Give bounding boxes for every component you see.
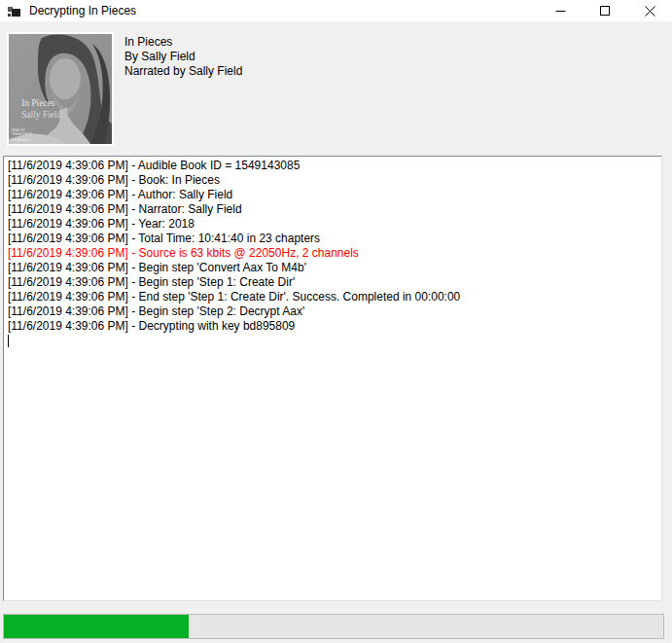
log-entry: [11/6/2019 4:39:06 PM] - End step 'Step … — [8, 290, 659, 304]
close-button[interactable] — [627, 0, 672, 22]
book-cover-art: In Pieces Sally Field READ BY THE AUTHOR… — [9, 34, 112, 144]
close-icon — [645, 6, 655, 17]
cover-edition-text: Unabridged — [12, 138, 30, 142]
log-entry: [11/6/2019 4:39:06 PM] - Begin step 'Ste… — [8, 304, 659, 319]
book-author: By Sally Field — [124, 50, 242, 64]
progress-bar — [3, 614, 664, 639]
maximize-button[interactable] — [583, 0, 627, 22]
log-entry: [11/6/2019 4:39:06 PM] - Audible Book ID… — [8, 159, 659, 173]
book-title: In Pieces — [124, 35, 242, 50]
book-cover-image: In Pieces Sally Field READ BY THE AUTHOR… — [7, 32, 114, 146]
minimize-icon — [555, 6, 566, 17]
log-entry: [11/6/2019 4:39:06 PM] - Narrator: Sally… — [8, 202, 659, 217]
caption-buttons — [538, 0, 672, 22]
log-entry: [11/6/2019 4:39:06 PM] - Decrypting with… — [8, 319, 659, 334]
maximize-icon — [600, 6, 611, 17]
log-entry: [11/6/2019 4:39:06 PM] - Total Time: 10:… — [8, 232, 659, 246]
log-entry: [11/6/2019 4:39:06 PM] - Author: Sally F… — [8, 188, 659, 202]
app-icon — [8, 5, 20, 18]
progress-fill — [4, 615, 189, 638]
book-narrator: Narrated by Sally Field — [124, 64, 242, 79]
window-title: Decrypting In Pieces — [29, 4, 136, 18]
log-textbox[interactable]: [11/6/2019 4:39:06 PM] - Audible Book ID… — [3, 156, 662, 601]
cover-title-text: In Pieces — [21, 98, 55, 108]
log-entry: [11/6/2019 4:39:06 PM] - Source is 63 kb… — [8, 246, 659, 261]
log-entry: [11/6/2019 4:39:06 PM] - Begin step 'Con… — [8, 261, 659, 275]
log-entry: [11/6/2019 4:39:06 PM] - Book: In Pieces — [8, 173, 659, 188]
log-caret-line — [8, 334, 659, 348]
book-info: In Pieces By Sally Field Narrated by Sal… — [124, 35, 242, 79]
log-entry: [11/6/2019 4:39:06 PM] - Begin step 'Ste… — [8, 275, 659, 290]
cover-author-text: Sally Field — [21, 110, 62, 120]
title-bar: Decrypting In Pieces — [0, 0, 672, 22]
log-entry: [11/6/2019 4:39:06 PM] - Year: 2018 — [8, 217, 659, 232]
cover-readby-line2: THE AUTHOR — [12, 132, 32, 136]
text-caret — [8, 335, 9, 347]
minimize-button[interactable] — [538, 0, 583, 22]
